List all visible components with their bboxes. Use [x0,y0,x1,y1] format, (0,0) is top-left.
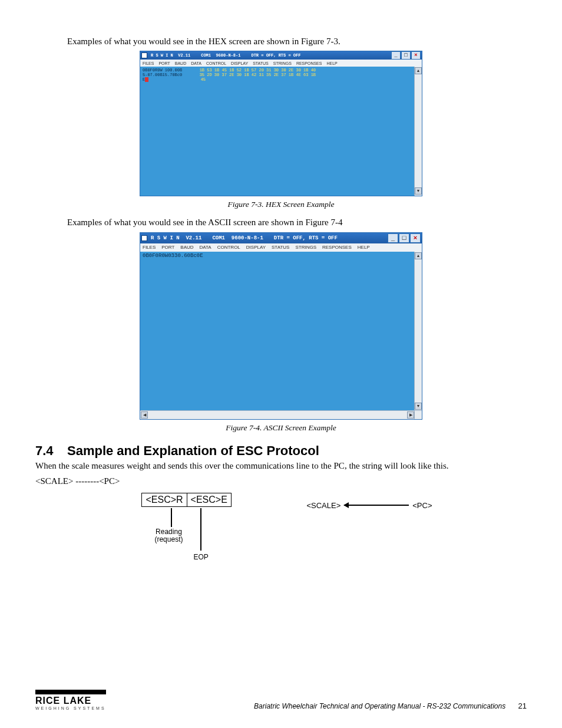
menu-responses[interactable]: RESPONSES [322,245,352,250]
figure-7-4-caption: Figure 7-4. ASCII Screen Example [35,423,527,433]
rswin-ascii-window: R S W I N V2.11 COM1 9600-N-8-1 DTR = OF… [140,232,422,420]
section-title: Sample and Explanation of ESC Protocol [67,443,319,458]
menu-responses[interactable]: RESPONSES [296,61,322,65]
menu-data[interactable]: DATA [191,61,201,65]
menu-port[interactable]: PORT [158,61,170,65]
scroll-down-icon[interactable]: ▼ [415,187,422,195]
menu-files[interactable]: FILES [143,61,154,65]
menu-control[interactable]: CONTROL [217,245,240,250]
ascii-title-port: COM1 9600-N-8-1 [212,235,263,241]
page-number: 21 [518,701,527,710]
ascii-vscrollbar[interactable]: ▲ ▼ [414,252,422,411]
menu-files[interactable]: FILES [143,245,156,250]
page-footer: RICE LAKE WEIGHING SYSTEMS Bariatric Whe… [35,690,527,710]
scroll-up-icon[interactable]: ▲ [415,252,422,259]
close-button[interactable]: × [411,51,421,60]
menu-control[interactable]: CONTROL [206,61,226,65]
maximize-button[interactable]: □ [399,233,409,243]
minimize-button[interactable]: _ [388,233,398,243]
ascii-terminal: 0B0F0R0W0330.60Bc0E [140,252,415,411]
footer-text: Bariatric Wheelchair Technical and Opera… [254,702,505,710]
menu-strings[interactable]: STRINGS [273,61,292,65]
hex-menubar: FILES PORT BAUD DATA CONTROL DISPLAY STA… [140,60,422,67]
figure-7-3-caption: Figure 7-3. HEX Screen Example [35,200,527,209]
esc-protocol-diagram: <ESC>R <ESC>E Reading(request) EOP <SCAL… [35,493,527,575]
menu-help[interactable]: HELP [358,245,370,250]
arrow-scale-label: <SCALE> [306,501,340,510]
rswin-hex-window: R S W I N V2.11 COM1 9600-N-8-1 DTR = OF… [140,51,422,196]
scroll-left-icon[interactable]: ◀ [141,411,148,419]
esc-cell-r: <ESC>R [142,493,186,506]
menu-port[interactable]: PORT [161,245,174,250]
hex-title-app: R S W I N V2.11 [151,53,190,58]
app-icon [141,52,147,58]
menu-display[interactable]: DISPLAY [231,61,248,65]
menu-strings[interactable]: STRINGS [295,245,316,250]
menu-baud[interactable]: BAUD [175,61,186,65]
app-icon [141,235,147,241]
ascii-hscrollbar[interactable]: ◀ ▶ [140,410,415,419]
ascii-title-dtr: DTR = OFF, RTS = OFF [274,235,338,241]
ascii-titlebar: R S W I N V2.11 COM1 9600-N-8-1 DTR = OF… [140,233,422,243]
section-7-4-heading: 7.4Sample and Explanation of ESC Protoco… [35,443,527,459]
esc-cell-e: <ESC>E [187,493,231,506]
close-button[interactable]: × [410,233,421,243]
ascii-menubar: FILES PORT BAUD DATA CONTROL DISPLAY STA… [140,243,422,252]
arrow-pc-label: <PC> [412,501,432,510]
menu-baud[interactable]: BAUD [180,245,193,250]
esc-label-reading: Reading(request) [154,528,183,543]
intro-ascii-text: Examples of what you would see in the AS… [35,216,527,228]
hex-terminal: 0B0F0R0W 100.00B 1B 53 1B 45 1B 52 1B 57… [140,67,415,196]
esc-label-eop: EOP [193,553,208,561]
scroll-right-icon[interactable]: ▶ [407,411,414,419]
section-body-text: When the scale measures weight and sends… [35,460,527,472]
scroll-down-icon[interactable]: ▼ [415,403,422,410]
menu-display[interactable]: DISPLAY [246,245,266,250]
hex-vscrollbar[interactable]: ▲ ▼ [414,67,422,196]
hex-title-dtr: DTR = OFF, RTS = OFF [251,53,300,58]
hex-titlebar: R S W I N V2.11 COM1 9600-N-8-1 DTR = OF… [140,51,422,60]
minimize-button[interactable]: _ [391,51,401,60]
menu-status[interactable]: STATUS [253,61,269,65]
menu-status[interactable]: STATUS [272,245,289,250]
ascii-title-app: R S W I N V2.11 [151,235,201,241]
menu-data[interactable]: DATA [200,245,211,250]
menu-help[interactable]: HELP [326,61,337,65]
arrow-left-icon [344,505,409,506]
protocol-line: <SCALE> --------<PC> [35,475,527,487]
esc-box: <ESC>R <ESC>E [141,493,231,507]
intro-hex-text: Examples of what you would see in the HE… [35,35,527,47]
rice-lake-logo: RICE LAKE WEIGHING SYSTEMS [35,690,106,710]
esc-arrow-diagram: <SCALE> <PC> [306,496,432,514]
scroll-up-icon[interactable]: ▲ [415,67,422,74]
maximize-button[interactable]: □ [401,51,411,60]
hex-title-port: COM1 9600-N-8-1 [201,53,240,58]
section-number: 7.4 [35,443,67,459]
